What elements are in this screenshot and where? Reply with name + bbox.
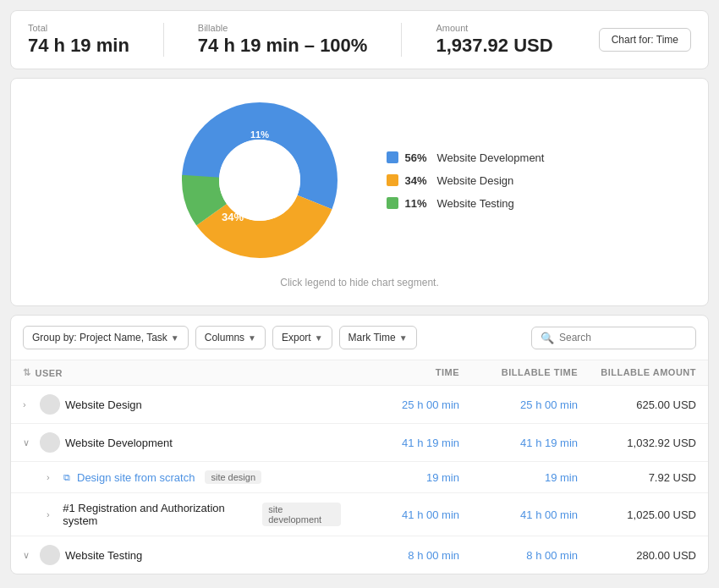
search-box[interactable]: 🔍	[531, 327, 696, 349]
table-row: ∨ Website Testing 8 h 00 min 8 h 00 min …	[11, 536, 708, 574]
amount-reg-auth: 1,025.00 USD	[578, 508, 696, 521]
time-reg-auth: 41 h 00 min	[341, 508, 459, 521]
total-label: Total	[28, 23, 129, 33]
chart-hint: Click legend to hide chart segment.	[280, 277, 438, 289]
columns-chevron-icon: ▼	[248, 333, 256, 343]
amount-website-development: 1,032.92 USD	[578, 437, 696, 449]
billable-label: Billable	[198, 23, 368, 33]
row-name-design-site: › ⧉ Design site from scratch site design	[47, 470, 341, 484]
billable-time-website-development: 41 h 19 min	[459, 437, 578, 449]
row-label-website-testing: Website Testing	[65, 549, 142, 562]
chart-body: 56% 34% 11% 56% Website Development 34% …	[28, 96, 691, 265]
row-label-design-site: Design site from scratch	[77, 471, 195, 484]
mark-time-chevron-icon: ▼	[399, 333, 408, 343]
amount-label: Amount	[436, 23, 552, 33]
row-chevron-icon[interactable]: ›	[23, 399, 35, 409]
toolbar: Group by: Project Name, Task ▼ Columns ▼…	[11, 316, 708, 360]
stat-divider-1	[163, 23, 164, 57]
row-name-website-development: ∨ Website Development	[23, 432, 341, 453]
avatar-website-development	[40, 432, 60, 453]
billable-time-design-site: 19 min	[459, 471, 578, 484]
export-button[interactable]: Export ▼	[272, 326, 332, 349]
legend-pct-development: 56%	[405, 151, 431, 164]
total-stat: Total 74 h 19 min	[28, 23, 129, 57]
row-label-website-development: Website Development	[65, 437, 173, 449]
billable-value: 74 h 19 min – 100%	[198, 35, 368, 57]
header-user: ⇅ USER	[23, 367, 341, 378]
mark-time-button[interactable]: Mark Time ▼	[339, 326, 417, 349]
time-website-design: 25 h 00 min	[341, 398, 459, 411]
legend-item-design[interactable]: 34% Website Design	[387, 174, 545, 187]
amount-website-design: 625.00 USD	[578, 398, 696, 411]
table-row: › #1 Registration and Authorization syst…	[11, 493, 708, 536]
legend-color-development	[387, 151, 398, 163]
legend-item-development[interactable]: 56% Website Development	[387, 151, 545, 164]
export-chevron-icon: ▼	[315, 333, 323, 343]
svg-text:11%: 11%	[250, 129, 269, 140]
table-card: Group by: Project Name, Task ▼ Columns ▼…	[10, 315, 709, 574]
header-billable-time: BILLABLE TIME	[459, 367, 578, 378]
time-website-development: 41 h 19 min	[341, 437, 459, 449]
columns-label: Columns	[205, 332, 244, 343]
header-billable-amount: BILLABLE AMOUNT	[578, 367, 696, 378]
row-chevron-icon[interactable]: ∨	[23, 437, 35, 448]
export-label: Export	[282, 332, 311, 343]
chart-legend: 56% Website Development 34% Website Desi…	[387, 151, 545, 210]
billable-stat: Billable 74 h 19 min – 100%	[198, 23, 368, 57]
time-website-testing: 8 h 00 min	[341, 549, 459, 562]
tag-site-design: site design	[205, 470, 261, 484]
search-input[interactable]	[559, 332, 687, 343]
table-row: › ⧉ Design site from scratch site design…	[11, 462, 708, 493]
legend-pct-design: 34%	[405, 174, 431, 187]
amount-value: 1,937.92 USD	[436, 35, 552, 57]
stats-card: Total 74 h 19 min Billable 74 h 19 min –…	[10, 10, 709, 69]
page: Total 74 h 19 min Billable 74 h 19 min –…	[0, 0, 719, 588]
stat-divider-2	[401, 23, 402, 57]
row-chevron-icon[interactable]: ›	[47, 509, 58, 519]
svg-text:34%: 34%	[222, 211, 244, 223]
row-chevron-icon[interactable]: ∨	[23, 550, 35, 561]
svg-point-3	[219, 140, 300, 221]
row-label-website-design: Website Design	[65, 398, 142, 411]
amount-design-site: 7.92 USD	[578, 471, 696, 484]
table-row: › Website Design 25 h 00 min 25 h 00 min…	[11, 386, 708, 424]
billable-time-website-design: 25 h 00 min	[459, 398, 578, 411]
table-header: ⇅ USER TIME BILLABLE TIME BILLABLE AMOUN…	[11, 360, 708, 386]
group-by-label: Group by: Project Name, Task	[32, 332, 167, 343]
row-chevron-icon[interactable]: ›	[47, 472, 58, 482]
legend-color-design	[387, 174, 398, 186]
svg-text:56%: 56%	[266, 174, 288, 187]
legend-pct-testing: 11%	[405, 197, 431, 210]
chart-card: 56% 34% 11% 56% Website Development 34% …	[10, 78, 709, 306]
legend-label-development: Website Development	[437, 151, 545, 164]
row-label-reg-auth: #1 Registration and Authorization system	[63, 502, 252, 527]
billable-time-reg-auth: 41 h 00 min	[459, 508, 578, 521]
legend-item-testing[interactable]: 11% Website Testing	[387, 197, 545, 210]
amount-website-testing: 280.00 USD	[578, 549, 696, 562]
legend-label-testing: Website Testing	[437, 197, 514, 210]
header-time: TIME	[341, 367, 459, 378]
group-by-chevron-icon: ▼	[171, 333, 179, 343]
avatar-website-design	[40, 394, 60, 415]
external-link-icon: ⧉	[63, 472, 70, 483]
legend-label-design: Website Design	[437, 174, 514, 187]
tag-site-development: site development	[262, 503, 341, 526]
avatar-website-testing	[40, 545, 60, 565]
table-row: ∨ Website Development 41 h 19 min 41 h 1…	[11, 424, 708, 462]
columns-button[interactable]: Columns ▼	[195, 326, 266, 349]
billable-time-website-testing: 8 h 00 min	[459, 549, 578, 562]
amount-stat: Amount 1,937.92 USD	[436, 23, 552, 57]
row-name-website-design: › Website Design	[23, 394, 341, 415]
row-name-website-testing: ∨ Website Testing	[23, 545, 341, 565]
group-by-button[interactable]: Group by: Project Name, Task ▼	[23, 326, 189, 349]
donut-chart: 56% 34% 11%	[175, 96, 344, 265]
chart-for-button[interactable]: Chart for: Time	[599, 28, 691, 52]
row-name-reg-auth: › #1 Registration and Authorization syst…	[47, 502, 341, 527]
time-design-site: 19 min	[341, 471, 459, 484]
sort-icon: ⇅	[23, 367, 31, 378]
total-value: 74 h 19 min	[28, 35, 129, 57]
mark-time-label: Mark Time	[349, 332, 396, 343]
search-icon: 🔍	[541, 332, 554, 344]
legend-color-testing	[387, 197, 398, 209]
